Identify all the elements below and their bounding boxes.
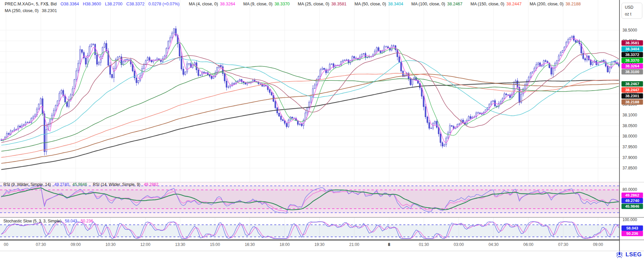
ma-legend-value: 38.3404 <box>388 2 403 6</box>
ma250-label: MA (250, close, 0) <box>5 8 39 13</box>
price-tick-label: 37.9000 <box>622 155 643 160</box>
price-tick-label: 37.9500 <box>622 145 643 149</box>
ma-legend-label: MA (150, close, 0) <box>471 2 505 6</box>
ma-legend-value: 38.2447 <box>506 2 521 6</box>
ma-legend-label: MA (4, close, 0) <box>189 2 218 6</box>
price-badge: 38.3404 <box>621 46 643 52</box>
stochastic-k-value: 58.043 <box>65 219 77 223</box>
ohlc-low: L38.2700 <box>105 2 122 6</box>
rsi-badge: 45.9846 <box>621 204 643 209</box>
time-label: 12:00 <box>134 242 156 247</box>
price-badge: 38.3100 <box>621 69 643 74</box>
ma-legend-item: MA (100, close, 0)38.2467 <box>411 2 462 6</box>
lseg-logo: LSEG <box>615 251 642 259</box>
rsi14-label: RSI (14, Wilder, Simple, 9) <box>93 182 140 187</box>
stochastic-badge: 50.236 <box>621 231 643 236</box>
ma-legend-value: 38.3581 <box>331 2 347 6</box>
ohlc-change: 0.0278 (+0.07%) <box>149 2 180 6</box>
time-label: 00 <box>0 242 17 247</box>
price-tick-label: 38.0500 <box>622 123 643 128</box>
time-label: 04:30 <box>483 242 504 247</box>
rsi-badge: 49.2862 <box>621 193 643 198</box>
ma-legend-item: MA (9, close, 0)38.3370 <box>243 2 290 6</box>
price-badge: 38.2188 <box>621 99 643 105</box>
lseg-wordmark: LSEG <box>626 251 642 258</box>
price-tick-label: 38.1000 <box>622 113 643 117</box>
price-chart-canvas[interactable] <box>0 0 644 260</box>
price-badge: 38.3372 <box>621 52 643 57</box>
time-label: 10:30 <box>100 242 121 247</box>
time-label: 09:00 <box>65 242 86 247</box>
chart-header-row2: MA (250, close, 0) 38.2301 <box>5 8 57 13</box>
price-badge: 38.2447 <box>621 87 643 93</box>
ma-legend-value: 38.2467 <box>447 2 462 6</box>
unit-measure: oz t <box>625 12 631 16</box>
chart-header-row1: PREC.M.XAG=, 5, FX$, Bid O38.3364 H38.36… <box>5 2 581 6</box>
price-tick-label: 38.0000 <box>622 134 643 139</box>
rsi14-value: 49.2862 <box>144 182 158 187</box>
ma-legend-item: MA (150, close, 0)38.2447 <box>471 2 522 6</box>
time-label: 06:00 <box>518 242 539 247</box>
price-tick-label: 38.5000 <box>622 28 643 33</box>
chart-window: PREC.M.XAG=, 5, FX$, Bid O38.3364 H38.36… <box>0 0 644 260</box>
ma-legend-label: MA (50, close, 0) <box>355 2 386 6</box>
rsi9-value: 49.2740 <box>54 182 69 187</box>
price-badge: 38.3370 <box>621 58 643 63</box>
ma-legend-row: MA (4, close, 0)38.3264MA (9, close, 0)3… <box>181 2 581 6</box>
time-label: 09:00 <box>587 242 609 247</box>
stochastic-legend: Stochastic Slow (5, 3, 3, Simple) 58.043… <box>3 219 93 223</box>
ma-legend-item: MA (200, close, 0)38.2188 <box>530 2 581 6</box>
rsi-axis-80-label: 80.0000 <box>622 187 637 192</box>
rsi-badge: 49.2740 <box>621 198 643 203</box>
ohlc-high: H38.3600 <box>83 2 101 6</box>
rsi-legend: RSI (9, Wilder, Simple, 14) 49.2740 45.9… <box>3 182 158 187</box>
instrument-title: PREC.M.XAG=, 5, FX$, Bid <box>5 2 57 6</box>
time-label: 01:30 <box>413 242 435 247</box>
ohlc-open: O38.3364 <box>61 2 79 6</box>
time-label: 07:30 <box>30 242 52 247</box>
stochastic-axis-100-label: 100.000 <box>622 217 637 222</box>
ma-legend-label: MA (100, close, 0) <box>411 2 445 6</box>
price-tick-label: 37.8500 <box>622 166 643 170</box>
stochastic-label: Stochastic Slow (5, 3, 3, Simple) <box>3 219 62 223</box>
time-label: 13:30 <box>169 242 191 247</box>
rsi9-label: RSI (9, Wilder, Simple, 14) <box>3 182 51 187</box>
stochastic-d-value: 50.236 <box>81 219 93 223</box>
rsi9-avg-value: 45.9846 <box>72 182 87 187</box>
ma-legend-label: MA (25, close, 0) <box>298 2 329 6</box>
unit-box: USD oz t <box>621 3 642 19</box>
stochastic-badge: 58.043 <box>621 225 643 231</box>
ma250-value: 38.2301 <box>42 8 57 13</box>
time-label: 07:30 <box>553 242 574 247</box>
time-label: 19:30 <box>309 242 330 247</box>
ma-legend-item: MA (50, close, 0)38.3404 <box>355 2 403 6</box>
time-label: 18:00 <box>274 242 295 247</box>
ma-legend-label: MA (200, close, 0) <box>530 2 564 6</box>
time-label: 15:00 <box>204 242 226 247</box>
time-label: 16:30 <box>239 242 260 247</box>
price-badge: 38.3264 <box>621 63 643 69</box>
lseg-crest-icon <box>615 251 624 259</box>
price-badge: 38.3581 <box>621 40 643 46</box>
ma-legend-value: 38.3370 <box>275 2 290 6</box>
ma-legend-item: MA (4, close, 0)38.3264 <box>189 2 235 6</box>
ma-legend-label: MA (9, close, 0) <box>243 2 273 6</box>
time-label: 03:00 <box>448 242 470 247</box>
unit-currency: USD <box>625 5 633 10</box>
time-label: 8 <box>378 242 400 247</box>
ma-legend-value: 38.3264 <box>220 2 235 6</box>
ohlc-close: C38.3372 <box>126 2 145 6</box>
ma-legend-item: MA (25, close, 0)38.3581 <box>298 2 347 6</box>
time-label: 21:00 <box>344 242 365 247</box>
price-badge: 38.2467 <box>621 81 643 87</box>
price-badge: 38.2301 <box>621 93 643 99</box>
ma-legend-value: 38.2188 <box>565 2 580 6</box>
